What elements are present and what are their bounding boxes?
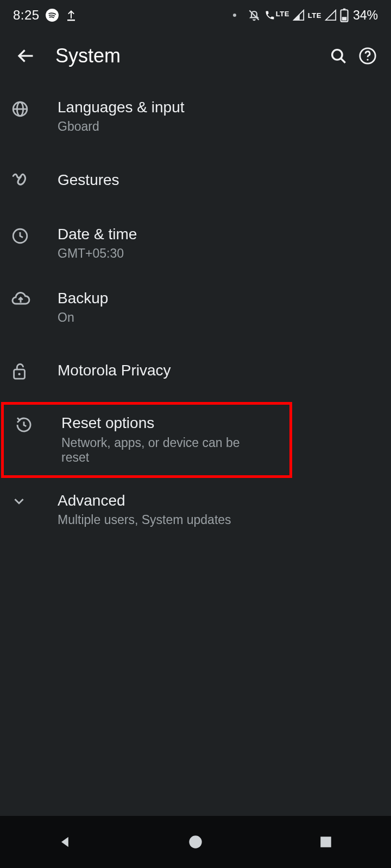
- item-advanced[interactable]: Advanced Multiple users, System updates: [0, 478, 391, 542]
- item-languages-input[interactable]: Languages & input Gboard: [0, 85, 391, 149]
- dnd-off-icon: [247, 8, 261, 22]
- arrow-back-icon: [16, 46, 35, 66]
- battery-percent: 34%: [353, 8, 378, 23]
- search-icon: [329, 47, 348, 65]
- item-subtitle: GMT+05:30: [58, 246, 369, 261]
- nav-recents-button[interactable]: [293, 823, 358, 861]
- circle-home-icon: [188, 834, 203, 850]
- help-icon: [358, 47, 377, 65]
- status-right: LTE LTE 34%: [231, 8, 378, 23]
- spotify-icon: [45, 8, 59, 22]
- battery-icon: [340, 8, 349, 22]
- lte-label-2: LTE: [308, 11, 321, 20]
- nav-home-button[interactable]: [163, 823, 228, 861]
- svg-point-10: [367, 59, 368, 60]
- lte-label-1: LTE: [276, 10, 289, 18]
- chevron-down-icon: [11, 493, 27, 509]
- help-button[interactable]: [353, 41, 382, 71]
- triangle-back-icon: [58, 834, 73, 850]
- svg-rect-4: [343, 9, 345, 10]
- settings-list: Languages & input Gboard Gestures Date &…: [0, 81, 391, 542]
- gesture-icon: [11, 171, 29, 190]
- page-title: System: [55, 44, 324, 67]
- upload-icon: [65, 8, 78, 22]
- item-subtitle: Gboard: [58, 119, 369, 135]
- item-title: Backup: [58, 290, 369, 307]
- svg-point-7: [332, 50, 342, 60]
- item-motorola-privacy[interactable]: Motorola Privacy: [0, 339, 391, 402]
- svg-point-18: [189, 835, 201, 848]
- search-button[interactable]: [324, 41, 353, 71]
- item-title: Date & time: [58, 226, 369, 243]
- status-bar: 8:25 LTE LTE 34%: [0, 0, 391, 30]
- signal-icon-1: [293, 9, 305, 21]
- item-title: Motorola Privacy: [58, 362, 369, 379]
- status-left: 8:25: [13, 8, 78, 23]
- item-date-time[interactable]: Date & time GMT+05:30: [0, 212, 391, 276]
- globe-icon: [11, 100, 29, 118]
- wifi-calling-icon: LTE: [264, 10, 289, 21]
- status-time: 8:25: [13, 8, 40, 23]
- item-title: Advanced: [58, 492, 369, 509]
- nav-back-button[interactable]: [33, 823, 98, 861]
- square-recents-icon: [319, 835, 333, 849]
- item-subtitle: Network, apps, or device can be reset: [61, 436, 268, 465]
- restore-icon: [15, 416, 33, 434]
- lock-open-icon: [11, 361, 29, 381]
- svg-point-17: [18, 373, 20, 375]
- svg-rect-19: [320, 837, 331, 847]
- navigation-bar: [0, 816, 391, 868]
- item-reset-options[interactable]: Reset options Network, apps, or device c…: [1, 402, 292, 477]
- svg-rect-5: [342, 17, 347, 21]
- item-title: Languages & input: [58, 99, 369, 116]
- clock-icon: [11, 227, 29, 245]
- app-bar: System: [0, 30, 391, 81]
- item-subtitle: Multiple users, System updates: [58, 513, 369, 528]
- svg-rect-1: [67, 20, 75, 21]
- item-title: Reset options: [61, 414, 268, 432]
- cloud-upload-icon: [11, 291, 30, 307]
- notification-dot-icon: [233, 14, 236, 17]
- svg-line-8: [341, 59, 345, 63]
- item-backup[interactable]: Backup On: [0, 276, 391, 340]
- item-title: Gestures: [58, 171, 369, 189]
- item-subtitle: On: [58, 310, 369, 326]
- item-gestures[interactable]: Gestures: [0, 149, 391, 212]
- signal-icon-2: [325, 9, 337, 21]
- back-button[interactable]: [11, 41, 40, 71]
